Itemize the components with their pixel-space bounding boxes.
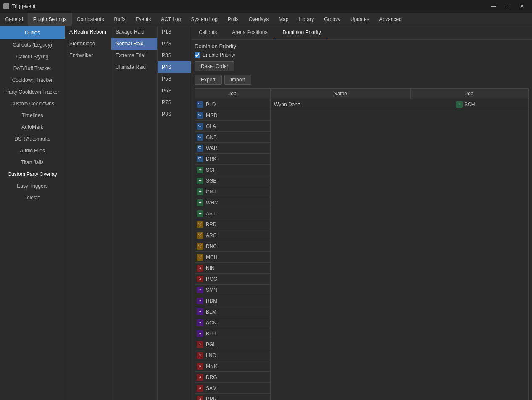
job-row-whm[interactable]: ✚ WHM xyxy=(195,197,270,208)
job-row-blu[interactable]: ✦ BLU xyxy=(195,328,270,339)
job-row-brd[interactable]: 🏹 BRD xyxy=(195,219,270,230)
sidebar-item-timelines[interactable]: Timelines xyxy=(0,110,65,121)
job-row-sch[interactable]: ✚ SCH xyxy=(195,165,270,175)
fight-p6s[interactable]: P6S xyxy=(158,85,191,97)
raid-type-stormblood[interactable]: Stormblood xyxy=(65,38,111,50)
job-row-arc[interactable]: 🏹 ARC xyxy=(195,230,270,241)
menu-item-groovy[interactable]: Groovy xyxy=(319,13,345,26)
menu-item-library[interactable]: Library xyxy=(294,13,319,26)
job-row-pgl[interactable]: ⚔ PGL xyxy=(195,339,270,350)
job-row-rdm[interactable]: ✦ RDM xyxy=(195,295,270,306)
raid-type-endwalker[interactable]: Endwalker xyxy=(65,50,111,61)
tab-callouts[interactable]: Callouts xyxy=(191,26,224,39)
job-icon-pld: 🛡 xyxy=(197,101,203,108)
sidebar-item-dot-buff-tracker[interactable]: DoT/Buff Tracker xyxy=(0,63,65,74)
sidebar-item-audio-files[interactable]: Audio Files xyxy=(0,145,65,157)
sidebar-item-dsr-automarks[interactable]: DSR Automarks xyxy=(0,133,65,145)
job-row-cnj[interactable]: ✚ CNJ xyxy=(195,186,270,197)
menu-item-plugin-settings[interactable]: Plugin Settings xyxy=(28,13,72,26)
job-icon-acn: ✦ xyxy=(197,319,203,326)
maximize-button[interactable]: □ xyxy=(501,2,514,11)
job-label-gla: GLA xyxy=(206,123,216,129)
job-label-mrd: MRD xyxy=(206,112,217,118)
menu-item-advanced[interactable]: Advanced xyxy=(374,13,407,26)
sidebar-item-custom-cooldowns[interactable]: Custom Cooldowns xyxy=(0,98,65,110)
close-button[interactable]: ✕ xyxy=(515,2,529,11)
menu-item-system-log[interactable]: System Log xyxy=(186,13,222,26)
job-row-rog[interactable]: ⚔ ROG xyxy=(195,274,270,285)
name-col-header: Name xyxy=(271,89,411,99)
job-label-brd: BRD xyxy=(206,222,216,227)
menu-item-overlays[interactable]: Overlays xyxy=(244,13,274,26)
job-row-rpr[interactable]: ⚔ RPR xyxy=(195,394,270,400)
fight-p8s[interactable]: P8S xyxy=(158,108,191,120)
job-row-pld[interactable]: 🛡 PLD xyxy=(195,99,270,110)
job-row-gnb[interactable]: 🛡 GNB xyxy=(195,132,270,143)
job-label-blu: BLU xyxy=(206,331,216,337)
sidebar-item-callouts-legacy[interactable]: Callouts (Legacy) xyxy=(0,39,65,51)
fight-p5s[interactable]: P5S xyxy=(158,73,191,85)
fight-type-extreme[interactable]: Extreme Trial xyxy=(111,50,157,61)
sidebar-item-titan-jails[interactable]: Titan Jails xyxy=(0,157,65,168)
fight-p2s[interactable]: P2S xyxy=(158,38,191,50)
job-row-acn[interactable]: ✦ ACN xyxy=(195,317,270,328)
fight-type-ultimate[interactable]: Ultimate Raid xyxy=(111,61,157,73)
job-row-blm[interactable]: ✦ BLM xyxy=(195,306,270,317)
export-button[interactable]: Export xyxy=(195,75,222,85)
job-label-dnc: DNC xyxy=(206,243,217,249)
job-row-drk[interactable]: 🛡 DRK xyxy=(195,154,270,165)
menu-item-map[interactable]: Map xyxy=(274,13,293,26)
job-label-whm: WHM xyxy=(206,200,219,206)
fight-type-normal[interactable]: Normal Raid xyxy=(111,38,157,50)
job-row-gla[interactable]: 🛡 GLA xyxy=(195,121,270,132)
menu-item-general[interactable]: General xyxy=(0,13,28,26)
raid-type-realm-reborn[interactable]: A Realm Reborn xyxy=(65,26,111,38)
fight-p1s[interactable]: P1S xyxy=(158,26,191,38)
tab-dominion-priority[interactable]: Dominion Priority xyxy=(275,26,328,39)
minimize-button[interactable]: — xyxy=(487,2,500,11)
job-icon-mrd: 🛡 xyxy=(197,112,203,119)
job-row-nin[interactable]: ⚔ NIN xyxy=(195,263,270,274)
job-row-dnc[interactable]: 🏹 DNC xyxy=(195,241,270,252)
job-icon-blu: ✦ xyxy=(197,330,203,337)
job-icon-whm: ✚ xyxy=(197,199,203,206)
content-body: Dominion Priority Enable Priority Reset … xyxy=(191,40,532,400)
job-label-cnj: CNJ xyxy=(206,189,216,195)
tab-arena-positions[interactable]: Arena Positions xyxy=(224,26,275,39)
job-row-sam[interactable]: ⚔ SAM xyxy=(195,383,270,394)
sidebar-item-telesto[interactable]: Telesto xyxy=(0,192,65,204)
job-row-war[interactable]: 🛡 WAR xyxy=(195,143,270,154)
fight-p3s[interactable]: P3S xyxy=(158,50,191,61)
job-row-ast[interactable]: ✚ AST xyxy=(195,208,270,219)
job-row-sge[interactable]: ✚ SGE xyxy=(195,175,270,186)
menu-item-pulls[interactable]: Pulls xyxy=(223,13,244,26)
fight-p4s[interactable]: P4S xyxy=(158,61,191,73)
tabs-bar: Callouts Arena Positions Dominion Priori… xyxy=(191,26,532,40)
menu-item-combatants[interactable]: Combatants xyxy=(72,13,109,26)
job-icon-nin: ⚔ xyxy=(197,265,203,272)
sidebar-item-custom-party-overlay[interactable]: Custom Party Overlay xyxy=(0,168,65,180)
fight-p7s[interactable]: P7S xyxy=(158,97,191,108)
import-button[interactable]: Import xyxy=(224,75,251,85)
sidebar-item-party-cooldown-tracker[interactable]: Party Cooldown Tracker xyxy=(0,86,65,98)
sidebar-item-easy-triggers[interactable]: Easy Triggers xyxy=(0,180,65,192)
menu-item-buffs[interactable]: Buffs xyxy=(109,13,130,26)
main-layout: Duties Callouts (Legacy)Callout StylingD… xyxy=(0,26,532,400)
reset-order-button[interactable]: Reset Order xyxy=(195,61,234,71)
job-row-smn[interactable]: ✦ SMN xyxy=(195,285,270,295)
job-row-mrd[interactable]: 🛡 MRD xyxy=(195,110,270,121)
job-row-mch[interactable]: 🏹 MCH xyxy=(195,252,270,263)
fight-type-savage[interactable]: Savage Raid xyxy=(111,26,157,38)
sidebar-item-automark[interactable]: AutoMark xyxy=(0,121,65,133)
job-row-drg[interactable]: ⚔ DRG xyxy=(195,372,270,383)
job-row-lnc[interactable]: ⚔ LNC xyxy=(195,350,270,361)
menu-item-act-log[interactable]: ACT Log xyxy=(156,13,186,26)
job-icon-war: 🛡 xyxy=(197,145,203,152)
job-icon-pgl: ⚔ xyxy=(197,341,203,348)
enable-priority-checkbox[interactable] xyxy=(195,52,200,58)
menu-item-events[interactable]: Events xyxy=(131,13,156,26)
sidebar-item-cooldown-tracker[interactable]: Cooldown Tracker xyxy=(0,74,65,86)
job-row-mnk[interactable]: ⚔ MNK xyxy=(195,361,270,372)
menu-item-updates[interactable]: Updates xyxy=(345,13,374,26)
sidebar-item-callout-styling[interactable]: Callout Styling xyxy=(0,51,65,63)
